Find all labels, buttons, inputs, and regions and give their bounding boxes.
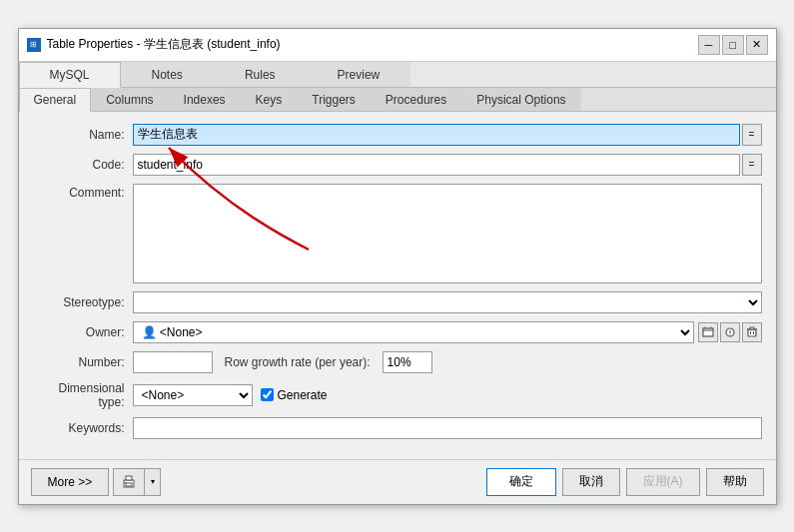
svg-point-16 (125, 481, 127, 483)
comment-label: Comment: (33, 184, 133, 200)
generate-label: Generate (278, 388, 328, 402)
row-growth-label: Row growth rate (per year): (225, 355, 371, 369)
name-row: Name: = (33, 124, 762, 146)
name-input-wrap: = (133, 124, 762, 146)
comment-textarea[interactable] (133, 184, 762, 283)
dimensional-type-label: Dimensional type: (33, 381, 133, 409)
ok-button[interactable]: 确定 (486, 468, 556, 496)
cancel-button[interactable]: 取消 (562, 468, 620, 496)
number-row: Number: Row growth rate (per year): (33, 351, 762, 373)
owner-wrap: 👤 <None> (133, 321, 762, 343)
number-input[interactable] (133, 351, 213, 373)
keywords-input[interactable] (133, 417, 762, 439)
stereotype-select[interactable] (133, 291, 762, 313)
close-button[interactable]: ✕ (746, 35, 768, 55)
title-bar-controls: ─ □ ✕ (698, 35, 768, 55)
keywords-label: Keywords: (33, 421, 133, 435)
dimensional-type-select[interactable]: <None> (133, 384, 253, 406)
code-input-wrap: = (133, 154, 762, 176)
more-button[interactable]: More >> (31, 468, 110, 496)
owner-buttons (698, 322, 762, 342)
tab-preview[interactable]: Preview (307, 62, 411, 87)
main-window: ⊞ Table Properties - 学生信息表 (student_info… (18, 28, 777, 505)
apply-button[interactable]: 应用(A) (626, 468, 700, 496)
generate-checkbox[interactable] (261, 388, 274, 401)
window-title: Table Properties - 学生信息表 (student_info) (47, 36, 281, 53)
window-icon: ⊞ (27, 38, 41, 52)
row-growth-input[interactable] (383, 351, 432, 373)
svg-rect-1 (703, 328, 713, 336)
tab-mysql[interactable]: MySQL (19, 62, 121, 88)
sub-tab-triggers[interactable]: Triggers (297, 88, 371, 111)
dim-row-wrap: <None> Generate (133, 384, 328, 406)
stereotype-label: Stereotype: (33, 295, 133, 309)
number-label: Number: (33, 355, 133, 369)
stereotype-input-wrap (133, 291, 762, 313)
keywords-row: Keywords: (33, 417, 762, 439)
help-button[interactable]: 帮助 (706, 468, 764, 496)
name-input[interactable] (133, 124, 740, 146)
top-tab-bar: MySQL Notes Rules Preview (19, 62, 776, 88)
sub-tab-keys[interactable]: Keys (241, 88, 298, 111)
sub-tab-columns[interactable]: Columns (91, 88, 168, 111)
print-button[interactable] (113, 468, 145, 496)
keywords-input-wrap (133, 417, 762, 439)
owner-properties-button[interactable] (720, 322, 740, 342)
owner-row: Owner: 👤 <None> (33, 321, 762, 343)
sub-tab-bar: General Columns Indexes Keys Triggers Pr… (19, 88, 776, 112)
sub-tab-general[interactable]: General (19, 88, 92, 112)
title-bar-left: ⊞ Table Properties - 学生信息表 (student_info… (27, 36, 281, 53)
code-input[interactable] (133, 154, 740, 176)
stereotype-row: Stereotype: (33, 291, 762, 313)
tab-notes[interactable]: Notes (121, 62, 214, 87)
svg-rect-10 (750, 327, 754, 329)
maximize-button[interactable]: □ (722, 35, 744, 55)
comment-row: Comment: (33, 184, 762, 283)
footer: More >> ▾ 确定 取消 应用(A) 帮助 (19, 459, 776, 504)
print-btn-wrap: ▾ (113, 468, 161, 496)
owner-label: Owner: (33, 325, 133, 339)
name-eq-button[interactable]: = (742, 124, 762, 146)
comment-input-wrap (133, 184, 762, 283)
tab-rules[interactable]: Rules (214, 62, 307, 87)
owner-select[interactable]: 👤 <None> (133, 321, 694, 343)
generate-checkbox-label[interactable]: Generate (261, 388, 328, 402)
svg-rect-8 (748, 329, 756, 336)
svg-point-7 (729, 333, 730, 334)
dimensional-type-row: Dimensional type: <None> Generate (33, 381, 762, 409)
svg-rect-14 (126, 476, 132, 480)
code-label: Code: (33, 158, 133, 172)
code-row: Code: = (33, 154, 762, 176)
sub-tab-procedures[interactable]: Procedures (371, 88, 461, 111)
name-label: Name: (33, 128, 133, 142)
footer-left: More >> ▾ (31, 468, 162, 496)
svg-rect-15 (126, 483, 132, 486)
title-bar: ⊞ Table Properties - 学生信息表 (student_info… (19, 29, 776, 62)
owner-browse-button[interactable] (698, 322, 718, 342)
form-content: Name: = Code: = Comment: (19, 112, 776, 459)
number-row-wrap: Row growth rate (per year): (133, 351, 432, 373)
owner-delete-button[interactable] (742, 322, 762, 342)
sub-tab-physical-options[interactable]: Physical Options (461, 88, 580, 111)
sub-tab-indexes[interactable]: Indexes (169, 88, 241, 111)
minimize-button[interactable]: ─ (698, 35, 720, 55)
code-eq-button[interactable]: = (742, 154, 762, 176)
print-dropdown-button[interactable]: ▾ (145, 468, 161, 496)
